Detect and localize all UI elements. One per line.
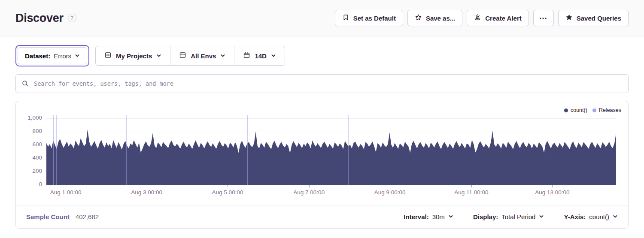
x-axis-tick: [390, 185, 390, 187]
y-axis-label: 400: [32, 154, 42, 161]
calendar-icon: [243, 51, 250, 60]
help-icon[interactable]: ?: [68, 14, 76, 22]
dataset-label: Dataset:: [25, 52, 50, 60]
x-axis-label: Aug 11 00:00: [454, 189, 488, 196]
star-filled-icon: [565, 14, 573, 22]
dataset-dropdown[interactable]: Dataset: Errors: [18, 47, 87, 64]
set-as-default-label: Set as Default: [353, 15, 396, 22]
legend-count-label: count(): [571, 107, 587, 113]
ellipsis-icon: ⋯: [539, 13, 548, 23]
page-header: Discover ? Set as Default Save as... Cre…: [0, 0, 644, 36]
bookmark-icon: [342, 14, 349, 22]
legend-releases-label: Releases: [599, 107, 621, 113]
sample-count-label: Sample Count: [26, 213, 70, 220]
chart-legend: count() Releases: [564, 107, 621, 113]
interval-label: Interval:: [404, 213, 428, 220]
x-axis-label: Aug 13 00:00: [535, 189, 569, 196]
save-as-button[interactable]: Save as...: [407, 10, 462, 26]
sample-count-value: 402,682: [76, 213, 99, 220]
projects-icon: [104, 51, 112, 60]
release-marker-line[interactable]: [53, 115, 54, 185]
count-series-dot: [564, 108, 568, 112]
x-axis-tick: [471, 185, 472, 187]
dataset-highlight-ring: Dataset: Errors: [15, 45, 89, 66]
legend-count[interactable]: count(): [564, 107, 587, 113]
date-range-value: 14D: [255, 52, 267, 60]
x-axis-label: Aug 5 00:00: [212, 189, 243, 196]
star-outline-icon: [415, 14, 422, 22]
date-range-dropdown[interactable]: 14D: [234, 46, 285, 65]
yaxis-label: Y-Axis:: [564, 213, 586, 220]
create-alert-label: Create Alert: [485, 15, 521, 22]
count-area-series: [46, 115, 616, 185]
chevron-down-icon: [448, 213, 453, 220]
x-axis-label: Aug 1 00:00: [50, 189, 82, 196]
save-as-label: Save as...: [426, 15, 455, 22]
x-axis-label: Aug 3 00:00: [131, 189, 162, 196]
release-marker-line[interactable]: [126, 115, 127, 185]
release-marker-line[interactable]: [247, 115, 248, 185]
header-actions: Set as Default Save as... Create Alert ⋯…: [335, 10, 629, 26]
page-filter-bar: My Projects All Envs 14D: [95, 46, 285, 66]
y-axis-label: 600: [32, 141, 42, 148]
filter-bar: Dataset: Errors My Projects All Envs: [0, 45, 644, 66]
events-chart-panel: count() Releases 02004006008001,000Aug 1…: [15, 101, 629, 229]
chevron-down-icon: [156, 52, 161, 60]
environment-value: All Envs: [191, 52, 216, 60]
legend-releases[interactable]: Releases: [592, 107, 621, 113]
set-as-default-button[interactable]: Set as Default: [335, 10, 403, 26]
display-dropdown[interactable]: Display: Total Period: [473, 213, 544, 220]
x-axis-label: Aug 9 00:00: [374, 189, 406, 196]
releases-series-dot: [592, 108, 596, 112]
chevron-down-icon: [613, 213, 618, 220]
chevron-down-icon: [220, 52, 225, 60]
siren-icon: [474, 14, 481, 22]
saved-queries-button[interactable]: Saved Queries: [558, 10, 629, 26]
chevron-down-icon: [539, 213, 544, 220]
dataset-value: Errors: [54, 52, 71, 60]
create-alert-button[interactable]: Create Alert: [467, 10, 529, 26]
x-axis-label: Aug 7 00:00: [293, 189, 325, 196]
y-axis-label: 200: [32, 168, 42, 174]
chart-footer: Sample Count 402,682 Interval: 30m Displ…: [16, 205, 628, 228]
x-axis-tick: [228, 185, 228, 187]
chart-controls: Interval: 30m Display: Total Period Y-Ax…: [404, 213, 618, 220]
release-marker-line[interactable]: [348, 115, 349, 185]
more-options-button[interactable]: ⋯: [533, 10, 554, 26]
projects-value: My Projects: [116, 52, 152, 60]
chevron-down-icon: [271, 52, 276, 60]
y-axis-label: 1,000: [27, 114, 42, 121]
display-label: Display:: [473, 213, 498, 220]
projects-dropdown[interactable]: My Projects: [96, 46, 170, 65]
y-axis-label: 800: [32, 128, 42, 134]
y-axis-label: 0: [39, 181, 42, 187]
window-icon: [179, 51, 186, 60]
sample-count: Sample Count 402,682: [26, 213, 99, 220]
environment-dropdown[interactable]: All Envs: [170, 46, 234, 65]
chart-area[interactable]: count() Releases 02004006008001,000Aug 1…: [16, 101, 628, 205]
x-axis-tick: [309, 185, 310, 187]
display-value: Total Period: [501, 213, 535, 220]
x-axis-tick: [66, 185, 66, 187]
page-title: Discover: [15, 12, 64, 25]
yaxis-value: count(): [589, 213, 609, 220]
release-marker-line[interactable]: [56, 115, 57, 185]
interval-value: 30m: [432, 213, 445, 220]
yaxis-dropdown[interactable]: Y-Axis: count(): [564, 213, 618, 220]
search-input[interactable]: [15, 74, 629, 93]
x-axis-tick: [147, 185, 147, 187]
x-axis-tick: [552, 185, 553, 187]
saved-queries-label: Saved Queries: [577, 15, 621, 22]
interval-dropdown[interactable]: Interval: 30m: [404, 213, 453, 220]
chart-plot[interactable]: 02004006008001,000Aug 1 00:00Aug 3 00:00…: [46, 115, 616, 185]
search-bar: [0, 74, 644, 93]
chevron-down-icon: [75, 52, 80, 60]
